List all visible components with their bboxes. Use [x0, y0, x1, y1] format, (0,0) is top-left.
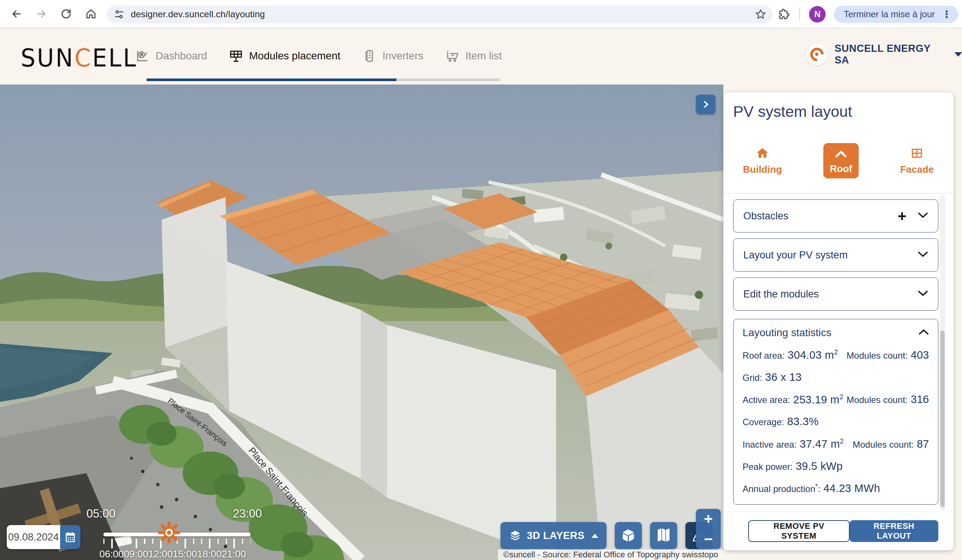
chevron-down-icon [918, 290, 928, 298]
nav-dashboard[interactable]: Dashboard [135, 49, 207, 63]
chevron-right-icon [701, 100, 710, 109]
logo-text-2: ELL [92, 43, 137, 72]
bookmark-star-icon[interactable] [755, 8, 767, 20]
statistics-title: Layouting statistics [742, 327, 918, 339]
browser-menu-icon[interactable]: ⋮ [942, 9, 951, 20]
stat-inactive-area: Inactive area: 37.47 m2 Modules count: 8… [742, 438, 929, 451]
url-text[interactable]: designer.dev.suncell.ch/layouting [131, 9, 265, 19]
profile-avatar[interactable]: N [809, 6, 826, 23]
accordion-label: Edit the modules [743, 288, 918, 300]
suncell-logo[interactable]: SUNCELL® [21, 43, 147, 72]
forward-arrow-icon [36, 8, 47, 20]
statistics-header[interactable]: Layouting statistics [742, 327, 929, 339]
tab-roof[interactable]: Roof [823, 143, 859, 179]
site-info-icon [113, 9, 125, 20]
solar-panel-icon [229, 49, 243, 63]
browser-reload-button[interactable] [58, 6, 74, 22]
tick-label: 15:00 [173, 548, 197, 560]
nav-label: Dashboard [156, 50, 207, 62]
home-icon [85, 8, 97, 20]
stat-label: Grid: [742, 373, 762, 383]
browser-update-button[interactable]: Terminer la mise à jour ⋮ [834, 6, 958, 23]
org-logo [806, 43, 828, 65]
progress-done [147, 79, 397, 81]
map-controls: 3D LAYERS [500, 522, 712, 549]
sun-slider-handle[interactable] [157, 520, 182, 546]
tab-facade[interactable]: Facade [900, 146, 934, 175]
accordion-edit-modules[interactable]: Edit the modules [733, 278, 938, 311]
tab-label: Roof [830, 163, 852, 175]
tick-label: 21:00 [221, 548, 246, 560]
stat-label: Peak power: [742, 462, 793, 472]
sun-timeline: 05:00 23:00 06:00 09:00 12:00 15:00 18:0… [103, 521, 251, 560]
stat-right-value: 87 [917, 438, 929, 451]
panel-scrollbar[interactable] [940, 195, 945, 510]
org-account-dropdown[interactable]: SUNCELL ENERGY SA [806, 43, 962, 66]
stat-right-label: Modules count: [847, 395, 908, 405]
zoom-in-button[interactable]: + [696, 509, 721, 529]
reload-icon [60, 8, 72, 20]
facade-grid-icon [910, 146, 924, 160]
stat-right-label: Modules count: [847, 351, 908, 361]
tick-label: 06:00 [99, 548, 124, 560]
refresh-layout-button[interactable]: REFRESH LAYOUT [850, 520, 938, 542]
accordion-layout-pv-system[interactable]: Layout your PV system [733, 238, 938, 272]
tab-label: Facade [900, 164, 934, 175]
date-value[interactable]: 09.08.2024 [7, 525, 60, 549]
scrollbar-thumb[interactable] [940, 330, 945, 507]
back-arrow-icon [11, 8, 23, 20]
item-list-cart-icon [445, 49, 460, 63]
chevron-up-icon [918, 329, 929, 337]
nav-inverters[interactable]: Inverters [362, 49, 423, 63]
accordion-label: Obstacles [743, 210, 898, 222]
stat-value: 39.5 kWp [796, 460, 843, 473]
stat-active-area: Active area: 253.19 m2 Modules count: 31… [742, 393, 929, 406]
wizard-progress-bar [147, 79, 500, 81]
stat-label: Roof area: [742, 351, 784, 361]
remove-pv-system-button[interactable]: REMOVE PV SYSTEM [748, 520, 850, 542]
org-name: SUNCELL ENERGY SA [834, 43, 948, 66]
stat-peak-power: Peak power: 39.5 kWp [742, 460, 929, 473]
stat-right-value: 316 [911, 393, 929, 406]
calendar-button[interactable] [60, 525, 81, 549]
chevron-down-icon [918, 251, 928, 259]
panel-collapse-button[interactable] [696, 95, 715, 114]
cube-icon [620, 528, 636, 544]
stat-right-value: 403 [911, 349, 929, 361]
stat-label: Inactive area: [742, 439, 797, 450]
address-bar[interactable]: designer.dev.suncell.ch/layouting [107, 5, 773, 23]
caret-up-icon [591, 534, 598, 538]
date-picker[interactable]: 09.08.2024 [7, 525, 81, 549]
calendar-icon [64, 531, 76, 543]
stat-value: 44.23 MWh [823, 482, 880, 495]
stat-value: 304.03 m2 [788, 349, 838, 361]
panel-sections: Obstacles + Layout your PV system Edit t… [723, 193, 953, 505]
toolbar-divider [799, 8, 800, 21]
browser-forward-button[interactable] [33, 6, 50, 22]
logo-accent: C [74, 43, 92, 72]
map-3d-view[interactable]: Place Saint-François Place Saint-Françoi… [0, 85, 723, 560]
stat-label: Coverage: [742, 417, 784, 427]
tab-label: Building [743, 164, 782, 175]
nav-label: Item list [466, 50, 502, 62]
zoom-out-button[interactable]: − [696, 529, 721, 549]
extensions-puzzle-icon[interactable] [778, 8, 790, 21]
map-view-button[interactable] [650, 522, 677, 549]
stat-grid: Grid: 36 x 13 [742, 371, 929, 383]
stat-value: 36 x 13 [765, 371, 802, 383]
browser-back-button[interactable] [8, 6, 25, 22]
panel-footer: REMOVE PV SYSTEM REFRESH LAYOUT [723, 511, 953, 550]
accordion-obstacles[interactable]: Obstacles + [733, 200, 938, 232]
tab-building[interactable]: Building [743, 146, 782, 175]
3d-layers-button[interactable]: 3D LAYERS [500, 522, 607, 549]
main-nav: Dashboard Modules placement Inverters It… [135, 43, 502, 69]
3d-cube-view-button[interactable] [615, 522, 642, 549]
nav-label: Inverters [383, 50, 423, 62]
layers-icon [509, 529, 521, 542]
nav-item-list[interactable]: Item list [445, 49, 502, 63]
nav-modules-placement[interactable]: Modules placement [229, 49, 341, 63]
add-obstacle-button[interactable]: + [898, 208, 906, 224]
folded-map-icon [656, 528, 671, 544]
browser-home-button[interactable] [83, 6, 99, 22]
dashboard-chart-icon [135, 49, 150, 63]
